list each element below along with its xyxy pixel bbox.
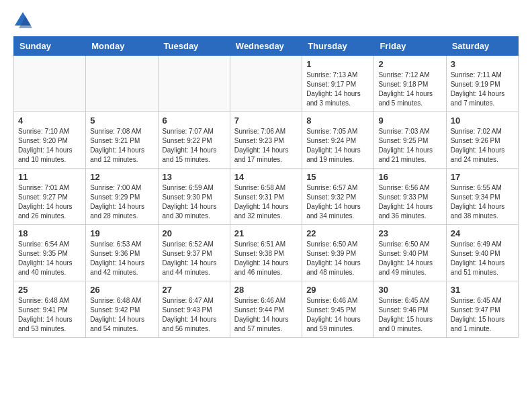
day-number: 8 — [306, 116, 369, 126]
page: SundayMondayTuesdayWednesdayThursdayFrid… — [0, 0, 532, 349]
day-info: Sunrise: 7:12 AM Sunset: 9:18 PM Dayligh… — [378, 71, 441, 108]
day-number: 3 — [451, 59, 514, 69]
calendar-cell: 1Sunrise: 7:13 AM Sunset: 9:17 PM Daylig… — [302, 56, 374, 112]
calendar-header-thursday: Thursday — [302, 37, 374, 56]
day-number: 20 — [163, 228, 226, 238]
day-number: 31 — [451, 285, 514, 295]
day-info: Sunrise: 6:52 AM Sunset: 9:37 PM Dayligh… — [163, 240, 226, 277]
day-number: 14 — [234, 172, 298, 182]
calendar-cell: 22Sunrise: 6:50 AM Sunset: 9:39 PM Dayli… — [302, 225, 374, 281]
calendar: SundayMondayTuesdayWednesdayThursdayFrid… — [13, 36, 519, 338]
day-number: 11 — [18, 172, 81, 182]
day-number: 6 — [163, 116, 226, 126]
calendar-cell: 31Sunrise: 6:45 AM Sunset: 9:47 PM Dayli… — [446, 281, 518, 338]
day-info: Sunrise: 7:11 AM Sunset: 9:19 PM Dayligh… — [451, 71, 514, 108]
day-number: 24 — [451, 228, 514, 238]
calendar-cell: 27Sunrise: 6:47 AM Sunset: 9:43 PM Dayli… — [158, 281, 230, 338]
day-info: Sunrise: 6:58 AM Sunset: 9:31 PM Dayligh… — [234, 183, 298, 221]
day-info: Sunrise: 6:49 AM Sunset: 9:40 PM Dayligh… — [451, 240, 514, 277]
day-info: Sunrise: 6:53 AM Sunset: 9:36 PM Dayligh… — [90, 240, 153, 277]
day-info: Sunrise: 6:46 AM Sunset: 9:45 PM Dayligh… — [306, 296, 369, 334]
day-info: Sunrise: 7:07 AM Sunset: 9:22 PM Dayligh… — [163, 127, 226, 165]
calendar-cell: 25Sunrise: 6:48 AM Sunset: 9:41 PM Dayli… — [14, 281, 86, 338]
day-number: 5 — [90, 116, 153, 126]
day-info: Sunrise: 6:57 AM Sunset: 9:32 PM Dayligh… — [306, 183, 369, 221]
calendar-cell: 26Sunrise: 6:48 AM Sunset: 9:42 PM Dayli… — [86, 281, 158, 338]
calendar-week-row: 4Sunrise: 7:10 AM Sunset: 9:20 PM Daylig… — [14, 112, 519, 169]
calendar-cell: 28Sunrise: 6:46 AM Sunset: 9:44 PM Dayli… — [230, 281, 302, 338]
day-info: Sunrise: 6:50 AM Sunset: 9:40 PM Dayligh… — [378, 240, 441, 277]
day-number: 28 — [234, 285, 298, 295]
logo-icon — [13, 11, 32, 30]
day-number: 12 — [90, 172, 153, 182]
day-info: Sunrise: 7:01 AM Sunset: 9:27 PM Dayligh… — [18, 183, 81, 221]
day-info: Sunrise: 6:48 AM Sunset: 9:41 PM Dayligh… — [18, 296, 81, 334]
calendar-cell: 13Sunrise: 6:59 AM Sunset: 9:30 PM Dayli… — [158, 169, 230, 225]
calendar-cell: 2Sunrise: 7:12 AM Sunset: 9:18 PM Daylig… — [374, 56, 446, 112]
day-info: Sunrise: 6:45 AM Sunset: 9:47 PM Dayligh… — [451, 296, 514, 334]
day-info: Sunrise: 6:59 AM Sunset: 9:30 PM Dayligh… — [163, 183, 226, 221]
calendar-week-row: 18Sunrise: 6:54 AM Sunset: 9:35 PM Dayli… — [14, 225, 519, 281]
calendar-cell: 21Sunrise: 6:51 AM Sunset: 9:38 PM Dayli… — [230, 225, 302, 281]
day-info: Sunrise: 6:54 AM Sunset: 9:35 PM Dayligh… — [18, 240, 81, 277]
day-number: 25 — [18, 285, 81, 295]
day-info: Sunrise: 6:46 AM Sunset: 9:44 PM Dayligh… — [234, 296, 298, 334]
day-number: 15 — [306, 172, 369, 182]
day-number: 2 — [378, 59, 441, 69]
day-number: 13 — [163, 172, 226, 182]
day-info: Sunrise: 6:56 AM Sunset: 9:33 PM Dayligh… — [378, 183, 441, 221]
calendar-cell: 16Sunrise: 6:56 AM Sunset: 9:33 PM Dayli… — [374, 169, 446, 225]
calendar-cell — [230, 56, 302, 112]
calendar-cell: 3Sunrise: 7:11 AM Sunset: 9:19 PM Daylig… — [446, 56, 518, 112]
day-number: 18 — [18, 228, 81, 238]
day-info: Sunrise: 7:08 AM Sunset: 9:21 PM Dayligh… — [90, 127, 153, 165]
calendar-header-friday: Friday — [374, 37, 446, 56]
calendar-cell: 10Sunrise: 7:02 AM Sunset: 9:26 PM Dayli… — [446, 112, 518, 169]
calendar-cell: 6Sunrise: 7:07 AM Sunset: 9:22 PM Daylig… — [158, 112, 230, 169]
calendar-week-row: 25Sunrise: 6:48 AM Sunset: 9:41 PM Dayli… — [14, 281, 519, 338]
day-number: 30 — [378, 285, 441, 295]
day-info: Sunrise: 7:13 AM Sunset: 9:17 PM Dayligh… — [306, 71, 369, 108]
calendar-header-row: SundayMondayTuesdayWednesdayThursdayFrid… — [14, 37, 519, 56]
calendar-week-row: 11Sunrise: 7:01 AM Sunset: 9:27 PM Dayli… — [14, 169, 519, 225]
header — [13, 11, 519, 30]
calendar-cell: 8Sunrise: 7:05 AM Sunset: 9:24 PM Daylig… — [302, 112, 374, 169]
day-number: 21 — [234, 228, 298, 238]
calendar-cell: 20Sunrise: 6:52 AM Sunset: 9:37 PM Dayli… — [158, 225, 230, 281]
day-info: Sunrise: 6:45 AM Sunset: 9:46 PM Dayligh… — [378, 296, 441, 334]
calendar-cell: 12Sunrise: 7:00 AM Sunset: 9:29 PM Dayli… — [86, 169, 158, 225]
calendar-cell: 11Sunrise: 7:01 AM Sunset: 9:27 PM Dayli… — [14, 169, 86, 225]
day-number: 22 — [306, 228, 369, 238]
day-number: 9 — [378, 116, 441, 126]
calendar-cell: 24Sunrise: 6:49 AM Sunset: 9:40 PM Dayli… — [446, 225, 518, 281]
calendar-cell: 5Sunrise: 7:08 AM Sunset: 9:21 PM Daylig… — [86, 112, 158, 169]
calendar-cell — [158, 56, 230, 112]
calendar-header-sunday: Sunday — [14, 37, 86, 56]
day-info: Sunrise: 6:47 AM Sunset: 9:43 PM Dayligh… — [163, 296, 226, 334]
calendar-cell: 18Sunrise: 6:54 AM Sunset: 9:35 PM Dayli… — [14, 225, 86, 281]
calendar-cell — [86, 56, 158, 112]
calendar-cell: 4Sunrise: 7:10 AM Sunset: 9:20 PM Daylig… — [14, 112, 86, 169]
day-info: Sunrise: 7:05 AM Sunset: 9:24 PM Dayligh… — [306, 127, 369, 165]
calendar-cell: 23Sunrise: 6:50 AM Sunset: 9:40 PM Dayli… — [374, 225, 446, 281]
day-info: Sunrise: 6:55 AM Sunset: 9:34 PM Dayligh… — [451, 183, 514, 221]
day-info: Sunrise: 7:06 AM Sunset: 9:23 PM Dayligh… — [234, 127, 298, 165]
day-number: 29 — [306, 285, 369, 295]
day-info: Sunrise: 7:10 AM Sunset: 9:20 PM Dayligh… — [18, 127, 81, 165]
logo — [13, 11, 35, 30]
day-number: 27 — [163, 285, 226, 295]
calendar-cell: 7Sunrise: 7:06 AM Sunset: 9:23 PM Daylig… — [230, 112, 302, 169]
day-info: Sunrise: 7:00 AM Sunset: 9:29 PM Dayligh… — [90, 183, 153, 221]
day-number: 23 — [378, 228, 441, 238]
day-number: 17 — [451, 172, 514, 182]
day-info: Sunrise: 6:48 AM Sunset: 9:42 PM Dayligh… — [90, 296, 153, 334]
day-number: 4 — [18, 116, 81, 126]
day-number: 10 — [451, 116, 514, 126]
day-number: 19 — [90, 228, 153, 238]
calendar-cell: 19Sunrise: 6:53 AM Sunset: 9:36 PM Dayli… — [86, 225, 158, 281]
calendar-cell: 30Sunrise: 6:45 AM Sunset: 9:46 PM Dayli… — [374, 281, 446, 338]
day-info: Sunrise: 7:02 AM Sunset: 9:26 PM Dayligh… — [451, 127, 514, 165]
calendar-cell — [14, 56, 86, 112]
day-number: 26 — [90, 285, 153, 295]
day-number: 16 — [378, 172, 441, 182]
